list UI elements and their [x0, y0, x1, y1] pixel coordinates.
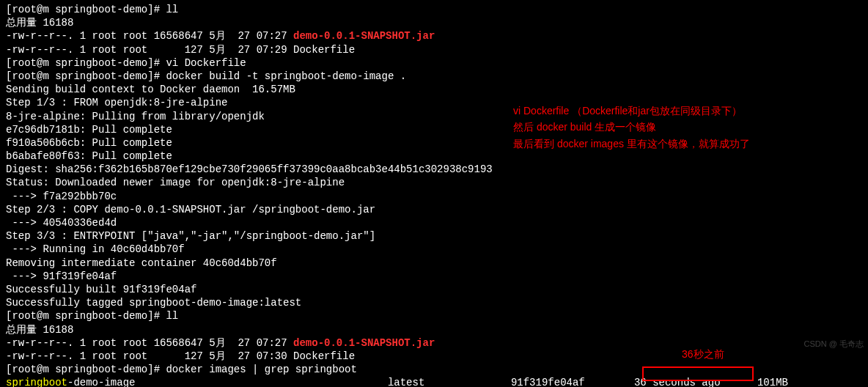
terminal-line: [root@m springboot-demo]# docker build -… [6, 70, 862, 83]
file-perms: -rw-r--r--. 1 root root 16568647 5月 27 0… [6, 30, 293, 42]
terminal-line: [root@m springboot-demo]# ll [6, 309, 862, 322]
terminal-line: Successfully tagged springboot-demo-imag… [6, 296, 862, 309]
terminal-line: -rw-r--r--. 1 root root 127 5月 27 07:30 … [6, 350, 862, 363]
image-name-highlight: springboot [6, 377, 67, 387]
jar-filename: demo-0.0.1-SNAPSHOT.jar [293, 337, 435, 349]
annotation-line: 最后看到 docker images 里有这个镜像，就算成功了 [513, 136, 750, 152]
annotation-instructions: vi Dockerfile （Dockerfile和jar包放在同级目录下） 然… [513, 103, 750, 152]
terminal-line: -rw-r--r--. 1 root root 16568647 5月 27 0… [6, 336, 862, 350]
annotation-time: 36秒之前 [682, 346, 724, 362]
terminal-line: -rw-r--r--. 1 root root 127 5月 27 07:29 … [6, 43, 862, 56]
annotation-line: 然后 docker build 生成一个镜像 [513, 119, 750, 135]
terminal-line: ---> f7a292bbb70c [6, 190, 862, 203]
terminal-line: ---> Running in 40c60d4bb70f [6, 243, 862, 256]
terminal-line: Step 2/3 : COPY demo-0.0.1-SNAPSHOT.jar … [6, 203, 862, 216]
terminal-line: Status: Downloaded newer image for openj… [6, 176, 862, 189]
image-details: -demo-image latest 91f319fe04af 36 secon… [67, 377, 788, 387]
terminal-line: Sending build context to Docker daemon 1… [6, 83, 862, 96]
watermark: CSDN @ 毛奇志 [804, 339, 864, 349]
jar-filename: demo-0.0.1-SNAPSHOT.jar [293, 30, 435, 42]
file-perms: -rw-r--r--. 1 root root 16568647 5月 27 0… [6, 337, 293, 349]
terminal-line: springboot-demo-image latest 91f319fe04a… [6, 376, 862, 387]
terminal-line: [root@m springboot-demo]# ll [6, 3, 862, 16]
terminal-line: ---> 40540336ed4d [6, 216, 862, 229]
terminal-line: 总用量 16188 [6, 323, 862, 336]
terminal-line: Digest: sha256:f362b165b870ef129cbe730f2… [6, 163, 862, 176]
terminal-line: Step 3/3 : ENTRYPOINT ["java","-jar","/s… [6, 229, 862, 243]
terminal-line: 总用量 16188 [6, 16, 862, 29]
terminal-line: Successfully built 91f319fe04af [6, 283, 862, 296]
annotation-line: vi Dockerfile （Dockerfile和jar包放在同级目录下） [513, 103, 750, 119]
terminal-line: ---> 91f319fe04af [6, 270, 862, 283]
terminal-line: [root@m springboot-demo]# docker images … [6, 363, 862, 376]
terminal-line: -rw-r--r--. 1 root root 16568647 5月 27 0… [6, 29, 862, 43]
terminal-line: Removing intermediate container 40c60d4b… [6, 257, 862, 270]
terminal-line: [root@m springboot-demo]# vi Dockerfile [6, 56, 862, 70]
